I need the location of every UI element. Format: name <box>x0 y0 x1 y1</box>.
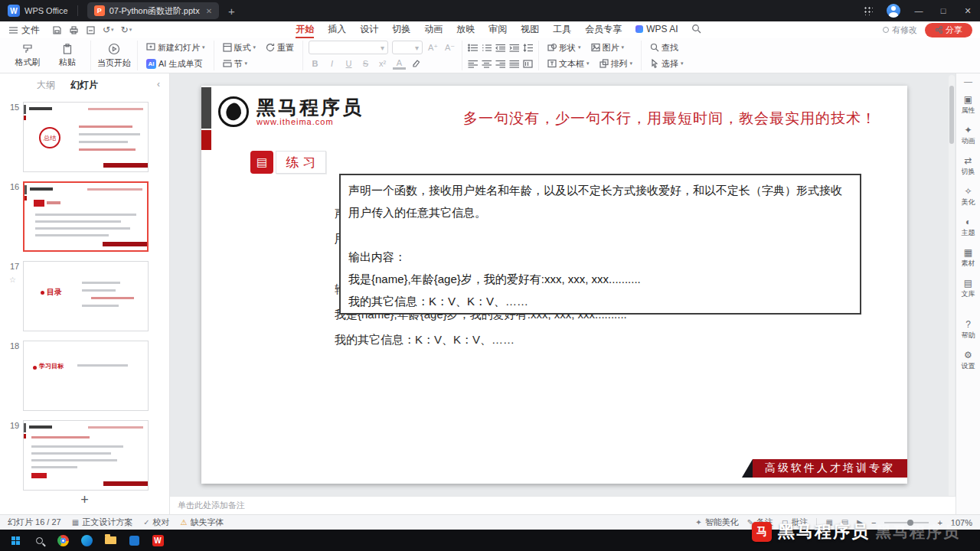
search-icon[interactable] <box>691 24 701 36</box>
apps-grid-icon[interactable] <box>864 6 873 15</box>
maximize-button[interactable]: □ <box>931 0 956 21</box>
tab-design[interactable]: 设计 <box>353 21 385 38</box>
taskbar-explorer-button[interactable] <box>101 531 119 549</box>
design-scheme-button[interactable]: ▦正文设计方案 <box>72 517 132 528</box>
italic-button[interactable]: I <box>325 59 338 68</box>
sidebar-item-transition[interactable]: ⇄切换 <box>956 152 980 182</box>
redo-button[interactable]: ↻▾ <box>121 24 132 35</box>
outline-tab[interactable]: 大纲 <box>37 79 55 92</box>
undo-button[interactable]: ↺▾ <box>103 24 114 35</box>
new-tab-button[interactable]: + <box>228 5 235 18</box>
line-spacing-button[interactable] <box>523 44 533 52</box>
sidebar-item-animation[interactable]: ✦动画 <box>956 121 980 152</box>
align-left-button[interactable] <box>468 60 478 68</box>
play-from-current-button[interactable]: 当页开始 <box>96 43 132 69</box>
justify-button[interactable] <box>509 60 519 68</box>
print-button[interactable] <box>69 25 79 35</box>
vertical-scrollbar[interactable] <box>949 75 955 513</box>
view-sorter-button[interactable]: ▤ <box>841 518 848 527</box>
slide-thumbnail-17[interactable]: 17 ☆ 目录 <box>0 257 169 337</box>
zoom-level[interactable]: 107% <box>951 518 972 527</box>
export-pdf-button[interactable] <box>86 25 96 35</box>
taskbar-search-button[interactable] <box>30 531 48 549</box>
zoom-slider[interactable] <box>884 522 929 523</box>
increase-indent-button[interactable] <box>509 44 519 52</box>
font-color-button[interactable]: A <box>393 58 406 70</box>
tab-home[interactable]: 开始 <box>289 21 321 38</box>
slide-thumbnail-16[interactable]: 16 <box>0 178 169 257</box>
tab-slideshow[interactable]: 放映 <box>449 21 482 38</box>
taskbar-edge-button[interactable] <box>77 531 96 549</box>
sidebar-item-theme[interactable]: ◐主题 <box>956 213 980 243</box>
bullet-list-button[interactable] <box>468 44 478 52</box>
smart-beautify-button[interactable]: ✦智能美化 <box>695 517 738 528</box>
missing-font-button[interactable]: ⚠缺失字体 <box>181 517 224 528</box>
file-menu[interactable]: 文件 <box>9 24 40 37</box>
tab-view[interactable]: 视图 <box>514 21 546 38</box>
shape-button[interactable]: 形状▾ <box>544 41 584 54</box>
zoom-slider-knob[interactable] <box>907 520 913 526</box>
font-size-select[interactable]: ▾ <box>392 41 423 54</box>
slide-thumbnail-15[interactable]: 15 总结 <box>0 98 169 178</box>
start-button[interactable] <box>6 531 24 549</box>
sidebar-item-help[interactable]: ?帮助 <box>956 315 980 346</box>
tab-animation[interactable]: 动画 <box>417 21 449 38</box>
notes-area[interactable]: 单击此处添加备注 <box>170 496 956 514</box>
arrange-button[interactable]: 排列▾ <box>596 57 636 70</box>
tab-tools[interactable]: 工具 <box>546 21 578 38</box>
decrease-indent-button[interactable] <box>495 44 505 52</box>
ai-generate-button[interactable]: AI AI 生成单页 <box>143 57 205 70</box>
bold-button[interactable]: B <box>309 59 322 68</box>
share-button[interactable]: 分享 <box>925 23 972 37</box>
tab-wps-ai[interactable]: WPS AI <box>629 21 684 38</box>
slideshow-button[interactable]: ▶ <box>857 518 863 527</box>
increase-font-button[interactable]: A⁺ <box>426 43 439 53</box>
reset-button[interactable]: 重置 <box>263 41 297 54</box>
panel-collapse-button[interactable]: ‹ <box>157 79 160 90</box>
strikethrough-button[interactable]: S <box>359 59 372 68</box>
sidebar-item-settings[interactable]: ⚙设置 <box>956 346 980 377</box>
document-tab[interactable]: P 07-Python函数进阶.pptx ✕ <box>87 2 219 19</box>
note-button[interactable]: ✎备注 <box>747 517 773 528</box>
taskbar-app-button[interactable] <box>125 531 143 549</box>
tab-insert[interactable]: 插入 <box>321 21 353 38</box>
slide-thumbnail-18[interactable]: 18 学习目标 <box>0 337 169 416</box>
font-family-select[interactable]: ▾ <box>309 41 388 54</box>
layout-button[interactable]: 版式▾ <box>220 41 260 54</box>
user-avatar[interactable] <box>887 4 900 18</box>
taskbar-chrome-button[interactable] <box>54 531 72 549</box>
tab-review[interactable]: 审阅 <box>482 21 514 38</box>
highlight-button[interactable] <box>410 59 423 69</box>
current-slide[interactable]: 黑马程序员 www.itheima.com 多一句没有，少一句不行，用最短时间，… <box>201 86 907 484</box>
find-button[interactable]: 查找 <box>647 41 681 54</box>
close-button[interactable]: ✕ <box>956 0 980 21</box>
tab-transition[interactable]: 切换 <box>385 21 417 38</box>
sidebar-item-properties[interactable]: ▣属性 <box>956 90 980 121</box>
align-center-button[interactable] <box>482 60 492 68</box>
sidebar-item-assets[interactable]: ▦素材 <box>956 243 980 274</box>
decrease-font-button[interactable]: A⁻ <box>443 43 456 53</box>
sidebar-item-library[interactable]: ▤文库 <box>956 274 980 305</box>
selected-textbox[interactable]: 声明一个函数，接收用户姓名和年龄，以及以不定长方式接收爱好，和以不定长（字典）形… <box>339 174 861 315</box>
minimize-button[interactable]: — <box>906 0 931 21</box>
format-painter-button[interactable]: 格式刷 <box>10 44 45 68</box>
text-direction-button[interactable] <box>523 60 533 68</box>
wps-logo-icon[interactable]: W <box>8 5 20 17</box>
proofread-button[interactable]: ✓校对 <box>143 517 169 528</box>
sidebar-collapse-button[interactable]: — <box>964 77 972 90</box>
select-button[interactable]: 选择▾ <box>647 57 687 70</box>
scrollbar-thumb[interactable] <box>949 86 954 144</box>
add-slide-button[interactable]: + <box>0 492 169 508</box>
numbered-list-button[interactable] <box>482 44 492 52</box>
superscript-button[interactable]: x² <box>376 59 389 68</box>
tab-close-icon[interactable]: ✕ <box>206 7 212 15</box>
align-right-button[interactable] <box>495 60 505 68</box>
slides-tab[interactable]: 幻灯片 <box>70 79 98 92</box>
taskbar-wps-button[interactable]: W <box>149 531 167 549</box>
view-normal-button[interactable]: ▦ <box>825 518 832 527</box>
sidebar-item-beautify[interactable]: ✧美化 <box>956 182 980 213</box>
slide-thumbnail-19[interactable]: 19 <box>0 416 169 496</box>
zoom-in-button[interactable]: + <box>937 518 942 527</box>
textbox-button[interactable]: 文本框▾ <box>544 57 593 70</box>
comment-button[interactable]: ◻批注 <box>782 517 808 528</box>
